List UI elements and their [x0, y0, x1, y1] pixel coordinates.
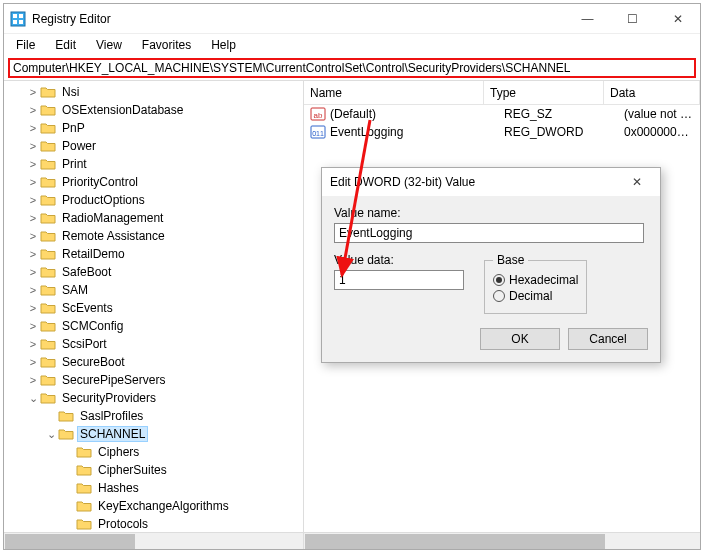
tree-twisty[interactable]: >	[26, 320, 40, 332]
tree-item[interactable]: >PriorityControl	[4, 173, 303, 191]
tree-item[interactable]: >SCMConfig	[4, 317, 303, 335]
tree-twisty[interactable]: >	[26, 140, 40, 152]
registry-tree[interactable]: >Nsi>OSExtensionDatabase>PnP>Power>Print…	[4, 81, 303, 532]
tree-item[interactable]: Ciphers	[4, 443, 303, 461]
radio-decimal[interactable]	[493, 290, 505, 302]
close-button[interactable]: ✕	[655, 4, 700, 34]
tree-item[interactable]: Protocols	[4, 515, 303, 532]
tree-item[interactable]: >Nsi	[4, 83, 303, 101]
dword-value-icon: 011	[310, 124, 326, 140]
value-row[interactable]: ab(Default)REG_SZ(value not set)	[304, 105, 700, 123]
tree-twisty[interactable]: >	[26, 194, 40, 206]
menubar: File Edit View Favorites Help	[4, 34, 700, 56]
tree-item[interactable]: >Remote Assistance	[4, 227, 303, 245]
column-header-data[interactable]: Data	[604, 81, 700, 104]
tree-item[interactable]: ⌄SecurityProviders	[4, 389, 303, 407]
maximize-button[interactable]: ☐	[610, 4, 655, 34]
menu-edit[interactable]: Edit	[47, 36, 84, 54]
tree-item-label: SCHANNEL	[78, 427, 147, 441]
tree-twisty[interactable]: >	[26, 266, 40, 278]
tree-twisty[interactable]: >	[26, 284, 40, 296]
tree-twisty[interactable]: >	[26, 86, 40, 98]
titlebar[interactable]: Registry Editor — ☐ ✕	[4, 4, 700, 34]
tree-twisty[interactable]: ⌄	[26, 392, 40, 405]
folder-icon	[40, 337, 56, 351]
tree-item-label: Hashes	[96, 481, 141, 495]
value-data-section: Value data:	[334, 253, 464, 314]
column-header-type[interactable]: Type	[484, 81, 604, 104]
tree-twisty[interactable]: >	[26, 302, 40, 314]
tree-item[interactable]: >Power	[4, 137, 303, 155]
tree-item[interactable]: >SAM	[4, 281, 303, 299]
tree-item[interactable]: KeyExchangeAlgorithms	[4, 497, 303, 515]
minimize-button[interactable]: —	[565, 4, 610, 34]
tree-item[interactable]: >RadioManagement	[4, 209, 303, 227]
column-header-name[interactable]: Name	[304, 81, 484, 104]
tree-horizontal-scrollbar[interactable]	[4, 532, 303, 549]
tree-item[interactable]: >Print	[4, 155, 303, 173]
folder-icon	[40, 85, 56, 99]
tree-twisty[interactable]: >	[26, 212, 40, 224]
address-bar[interactable]: Computer\HKEY_LOCAL_MACHINE\SYSTEM\Curre…	[8, 58, 696, 78]
tree-item[interactable]: >OSExtensionDatabase	[4, 101, 303, 119]
tree-item[interactable]: ⌄SCHANNEL	[4, 425, 303, 443]
tree-item-label: Power	[60, 139, 98, 153]
values-horizontal-scrollbar[interactable]	[304, 532, 700, 549]
tree-twisty[interactable]: >	[26, 356, 40, 368]
tree-item-label: PriorityControl	[60, 175, 140, 189]
menu-favorites[interactable]: Favorites	[134, 36, 199, 54]
value-name-label: Value name:	[334, 206, 648, 220]
tree-item-label: SecurePipeServers	[60, 373, 167, 387]
tree-twisty[interactable]: >	[26, 158, 40, 170]
tree-item[interactable]: CipherSuites	[4, 461, 303, 479]
tree-item-label: Remote Assistance	[60, 229, 167, 243]
tree-twisty[interactable]: >	[26, 104, 40, 116]
tree-item[interactable]: SaslProfiles	[4, 407, 303, 425]
folder-icon	[40, 391, 56, 405]
tree-item[interactable]: >PnP	[4, 119, 303, 137]
tree-twisty[interactable]: >	[26, 230, 40, 242]
cancel-button[interactable]: Cancel	[568, 328, 648, 350]
tree-item-label: ScEvents	[60, 301, 115, 315]
value-name-field[interactable]	[334, 223, 644, 243]
folder-icon	[40, 157, 56, 171]
tree-twisty[interactable]: >	[26, 122, 40, 134]
folder-icon	[40, 211, 56, 225]
value-row[interactable]: 011EventLoggingREG_DWORD0x00000001 (1)	[304, 123, 700, 141]
tree-pane: >Nsi>OSExtensionDatabase>PnP>Power>Print…	[4, 81, 304, 549]
radio-dec-row[interactable]: Decimal	[493, 289, 578, 303]
folder-icon	[40, 319, 56, 333]
folder-icon	[40, 301, 56, 315]
menu-help[interactable]: Help	[203, 36, 244, 54]
radio-hex[interactable]	[493, 274, 505, 286]
dialog-title: Edit DWORD (32-bit) Value	[330, 175, 622, 189]
scrollbar-thumb[interactable]	[5, 534, 135, 549]
scrollbar-thumb[interactable]	[305, 534, 605, 549]
string-value-icon: ab	[310, 106, 326, 122]
tree-item[interactable]: >ScEvents	[4, 299, 303, 317]
tree-item[interactable]: Hashes	[4, 479, 303, 497]
tree-item[interactable]: >SecurePipeServers	[4, 371, 303, 389]
menu-file[interactable]: File	[8, 36, 43, 54]
tree-twisty[interactable]: >	[26, 176, 40, 188]
svg-rect-3	[13, 20, 17, 24]
tree-twisty[interactable]: ⌄	[44, 428, 58, 441]
tree-item[interactable]: >ProductOptions	[4, 191, 303, 209]
tree-item[interactable]: >SecureBoot	[4, 353, 303, 371]
dialog-titlebar[interactable]: Edit DWORD (32-bit) Value ✕	[322, 168, 660, 196]
tree-item[interactable]: >ScsiPort	[4, 335, 303, 353]
tree-twisty[interactable]: >	[26, 248, 40, 260]
tree-twisty[interactable]: >	[26, 374, 40, 386]
ok-button[interactable]: OK	[480, 328, 560, 350]
tree-twisty[interactable]: >	[26, 338, 40, 350]
menu-view[interactable]: View	[88, 36, 130, 54]
folder-icon	[58, 409, 74, 423]
tree-item[interactable]: >RetailDemo	[4, 245, 303, 263]
folder-icon	[40, 103, 56, 117]
tree-item-label: SecurityProviders	[60, 391, 158, 405]
tree-item[interactable]: >SafeBoot	[4, 263, 303, 281]
folder-icon	[76, 463, 92, 477]
radio-hex-row[interactable]: Hexadecimal	[493, 273, 578, 287]
value-data-field[interactable]	[334, 270, 464, 290]
dialog-close-button[interactable]: ✕	[622, 175, 652, 189]
